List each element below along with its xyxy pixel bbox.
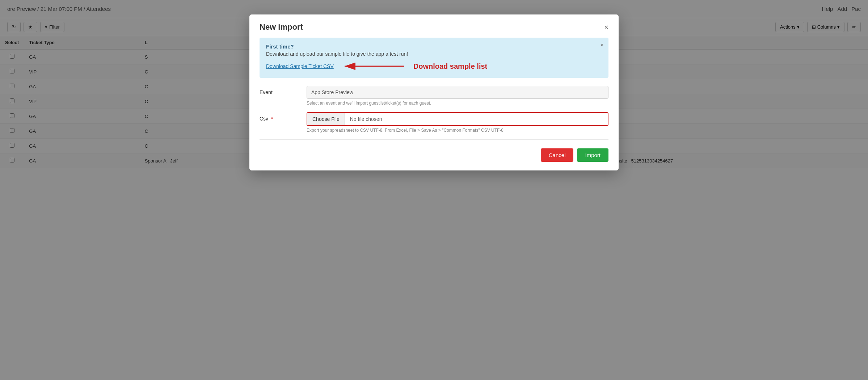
event-hint: Select an event and we'll import guestli…	[307, 101, 608, 106]
event-input[interactable]	[307, 86, 608, 99]
import-button[interactable]: Import	[577, 148, 608, 162]
choose-file-button[interactable]: Choose File	[307, 113, 345, 125]
banner-close-button[interactable]: ×	[600, 42, 603, 48]
modal-title: New import	[260, 22, 303, 32]
cancel-button[interactable]: Cancel	[541, 148, 574, 162]
csv-form-row: Csv * Choose File No file chosen Export …	[260, 112, 608, 133]
required-indicator: *	[271, 116, 273, 122]
info-banner: × First time? Download and upload our sa…	[260, 38, 608, 78]
csv-label: Csv *	[260, 112, 307, 122]
new-import-modal: New import × × First time? Download and …	[249, 14, 619, 170]
annotation-text: Download sample list	[413, 62, 487, 71]
modal-body: × First time? Download and upload our sa…	[249, 38, 619, 170]
file-name-display: No file chosen	[345, 113, 387, 125]
event-label: Event	[260, 86, 307, 95]
csv-field-wrap: Choose File No file chosen Export your s…	[307, 112, 608, 133]
csv-hint: Export your spreadsheet to CSV UTF-8. Fr…	[307, 128, 608, 133]
modal-close-button[interactable]: ×	[604, 24, 608, 31]
modal-footer: Cancel Import	[260, 146, 608, 162]
event-form-row: Event Select an event and we'll import g…	[260, 86, 608, 106]
modal-header: New import ×	[249, 14, 619, 38]
event-field-wrap: Select an event and we'll import guestli…	[307, 86, 608, 106]
download-sample-link[interactable]: Download Sample Ticket CSV	[266, 63, 334, 69]
modal-overlay[interactable]: New import × × First time? Download and …	[0, 0, 868, 380]
banner-title: First time?	[266, 43, 602, 50]
divider	[260, 139, 608, 140]
banner-text: Download and upload our sample file to g…	[266, 51, 602, 57]
file-input-wrapper: Choose File No file chosen	[307, 112, 608, 126]
arrow-icon	[341, 60, 406, 72]
